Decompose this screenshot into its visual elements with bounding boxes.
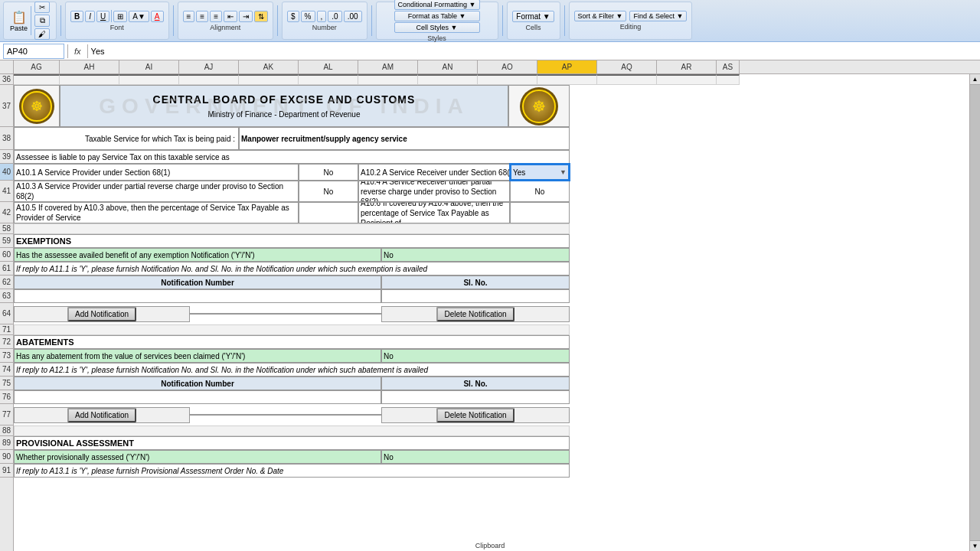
cell-AK36[interactable] <box>239 74 299 85</box>
conditional-formatting-button[interactable]: Conditional Formatting ▼ <box>394 0 480 10</box>
cell-add-notification-2[interactable]: Add Notification <box>14 407 190 423</box>
col-header-AK[interactable]: AK <box>239 60 299 73</box>
row-num-39[interactable]: 39 <box>0 150 13 164</box>
row-num-36[interactable]: 36 <box>0 74 13 85</box>
cell-AI36[interactable] <box>119 74 179 85</box>
col-header-AR[interactable]: AR <box>657 60 717 73</box>
align-left-button[interactable]: ≡ <box>183 11 195 22</box>
cell-AL36[interactable] <box>299 74 358 85</box>
cell-AJ36[interactable] <box>179 74 239 85</box>
col-header-AJ[interactable]: AJ <box>179 60 239 73</box>
row-num-58[interactable]: 58 <box>0 223 13 234</box>
decrease-decimal-button[interactable]: .0 <box>328 11 341 22</box>
cell-a10-6-value[interactable] <box>510 202 570 223</box>
format-painter-button[interactable]: 🖌 <box>34 28 50 40</box>
row-num-72[interactable]: 72 <box>0 335 13 349</box>
cell-AM36[interactable] <box>358 74 418 85</box>
row-num-59[interactable]: 59 <box>0 234 13 248</box>
scroll-thumb[interactable] <box>970 85 980 540</box>
col-header-AI[interactable]: AI <box>119 60 179 73</box>
row-num-41[interactable]: 41 <box>0 181 13 202</box>
row-num-89[interactable]: 89 <box>0 436 13 450</box>
row-num-62[interactable]: 62 <box>0 276 13 289</box>
col-header-AM[interactable]: AM <box>358 60 418 73</box>
cell-delete-notification-1[interactable]: Delete Notification <box>381 306 570 322</box>
currency-button[interactable]: $ <box>287 11 299 22</box>
row-num-42[interactable]: 42 <box>0 202 13 223</box>
row-num-74[interactable]: 74 <box>0 363 13 377</box>
col-header-AQ[interactable]: AQ <box>597 60 657 73</box>
fill-color-button[interactable]: A▼ <box>129 11 149 22</box>
row-num-76[interactable]: 76 <box>0 390 13 404</box>
cell-AO36[interactable] <box>478 74 537 85</box>
copy-button[interactable]: ⧉ <box>34 15 50 27</box>
cell-row90-value[interactable]: No <box>381 450 570 464</box>
row-num-64[interactable]: 64 <box>0 303 13 324</box>
formula-input[interactable] <box>91 44 977 59</box>
cell-styles-button[interactable]: Cell Styles ▼ <box>394 22 480 33</box>
col-header-AL[interactable]: AL <box>299 60 358 73</box>
italic-button[interactable]: I <box>85 11 95 22</box>
dropdown-arrow-icon[interactable]: ▼ <box>560 168 567 176</box>
row-num-38[interactable]: 38 <box>0 127 13 150</box>
increase-decimal-button[interactable]: .00 <box>344 11 362 22</box>
wrap-text-button[interactable]: ⇅ <box>254 11 268 22</box>
row-num-71[interactable]: 71 <box>0 324 13 335</box>
row-num-77[interactable]: 77 <box>0 404 13 425</box>
cell-AP36[interactable] <box>537 74 597 85</box>
cell-AG36[interactable] <box>14 74 60 85</box>
paste-button[interactable]: 📋 Paste <box>10 10 28 32</box>
sort-filter-button[interactable]: Sort & Filter ▼ <box>574 11 627 21</box>
cut-button[interactable]: ✂ <box>34 2 50 13</box>
row-num-60[interactable]: 60 <box>0 248 13 262</box>
row-num-40[interactable]: 40 <box>0 164 13 181</box>
align-center-button[interactable]: ≡ <box>196 11 208 22</box>
cell-taxable-value[interactable]: Manpower recruitment/supply agency servi… <box>239 127 570 150</box>
cell-AS36[interactable] <box>717 74 740 85</box>
cell-add-notification-1[interactable]: Add Notification <box>14 306 190 322</box>
cell-row73-value[interactable]: No <box>381 349 570 363</box>
format-button[interactable]: Format ▼ <box>512 11 554 22</box>
increase-indent-button[interactable]: ⇥ <box>239 11 253 22</box>
delete-notification-button-1[interactable]: Delete Notification <box>436 307 514 321</box>
vertical-scrollbar[interactable]: ▲ ▼ <box>969 74 980 551</box>
cell-delete-notification-2[interactable]: Delete Notification <box>381 407 570 423</box>
align-right-button[interactable]: ≡ <box>210 11 222 22</box>
col-header-AN[interactable]: AN <box>418 60 478 73</box>
underline-button[interactable]: U <box>96 11 109 22</box>
font-color-button[interactable]: A <box>151 11 164 22</box>
cell-reference-box[interactable] <box>3 44 64 59</box>
cell-row60-value[interactable]: No <box>381 248 570 262</box>
cell-a10-2-value[interactable]: Yes ▼ <box>510 164 570 181</box>
row-num-73[interactable]: 73 <box>0 349 13 363</box>
add-notification-button-1[interactable]: Add Notification <box>67 307 136 321</box>
row-num-88[interactable]: 88 <box>0 425 13 436</box>
cell-sl-data-2[interactable] <box>381 390 570 404</box>
col-header-AH[interactable]: AH <box>60 60 119 73</box>
cell-notif-data-2[interactable] <box>14 390 381 404</box>
decrease-indent-button[interactable]: ⇤ <box>224 11 237 22</box>
row-num-90[interactable]: 90 <box>0 450 13 464</box>
cell-AQ36[interactable] <box>597 74 657 85</box>
col-header-AG[interactable]: AG <box>14 60 60 73</box>
cell-AN36[interactable] <box>418 74 478 85</box>
bold-button[interactable]: B <box>70 11 83 22</box>
percent-button[interactable]: % <box>301 11 315 22</box>
row-num-75[interactable]: 75 <box>0 377 13 390</box>
row-num-61[interactable]: 61 <box>0 262 13 276</box>
format-as-table-button[interactable]: Format as Table ▼ <box>394 11 480 21</box>
cell-a10-5-value[interactable] <box>299 202 358 223</box>
add-notification-button-2[interactable]: Add Notification <box>67 408 136 422</box>
col-header-AS[interactable]: AS <box>717 60 740 73</box>
cell-a10-1-value[interactable]: No <box>299 164 358 181</box>
find-select-button[interactable]: Find & Select ▼ <box>629 11 687 21</box>
cell-sl-data-1[interactable] <box>381 289 570 303</box>
scroll-up-button[interactable]: ▲ <box>970 74 980 85</box>
comma-button[interactable]: , <box>317 11 327 22</box>
cell-a10-3-value[interactable]: No <box>299 181 358 202</box>
delete-notification-button-2[interactable]: Delete Notification <box>436 408 514 422</box>
cell-AR36[interactable] <box>657 74 717 85</box>
row-num-37[interactable]: 37 <box>0 85 13 127</box>
borders-button[interactable]: ⊞ <box>113 11 127 22</box>
cell-AH36[interactable] <box>60 74 119 85</box>
